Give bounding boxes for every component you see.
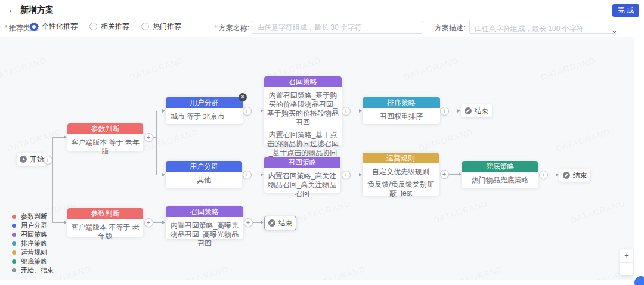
arrowhead-icon <box>64 221 67 224</box>
node-label: 结束 <box>475 106 489 116</box>
connector-line <box>253 222 261 223</box>
legend-dot-icon <box>12 233 16 237</box>
legend-label: 参数判断 <box>21 212 47 221</box>
add-node-button[interactable]: + <box>144 133 153 142</box>
radio-personalized[interactable]: 个性化推荐 <box>30 21 78 32</box>
floating-action-button[interactable] <box>634 276 644 285</box>
flow-node-recall-3[interactable]: 召回策略内置召回策略_高曝光物品召回_高曝光物品召回 <box>166 206 243 239</box>
start-node[interactable]: 开始 <box>17 153 47 166</box>
end-icon <box>563 172 570 179</box>
flow-node-segment-1[interactable]: 用户分群城市 等于 北京市✕ <box>166 97 243 124</box>
node-condition-text: 内置召回策略_高关注物品召回_高关注物品召回 <box>267 172 338 199</box>
node-title: 参数判断 <box>67 208 143 219</box>
arrowhead-icon <box>359 173 362 176</box>
plan-name-input[interactable] <box>252 21 423 34</box>
arrowhead-icon <box>459 172 462 176</box>
done-button[interactable]: 完 成 <box>612 4 639 17</box>
end-icon <box>465 107 472 114</box>
add-node-button[interactable]: + <box>440 107 449 116</box>
node-condition-text: 客户端版本 等于 老年版 <box>70 138 140 156</box>
radio-unselected-icon <box>141 23 149 30</box>
node-title: 参数判断 <box>67 123 143 134</box>
legend-dot-icon <box>12 215 16 219</box>
legend-dot-icon <box>12 268 16 272</box>
add-node-button[interactable]: + <box>144 218 153 227</box>
plan-desc-textarea[interactable] <box>469 21 617 34</box>
legend-label: 用户分群 <box>21 221 47 230</box>
connector-line <box>351 175 359 175</box>
flow-node-recall-1[interactable]: 召回策略内置召回策略_基于购买的价格段物品召回_基于购买的价格段物品召回内置召回… <box>264 76 342 145</box>
node-body: 其他 <box>166 172 242 189</box>
node-condition-text: 负反馈/负反馈类别屏蔽_test <box>366 180 436 198</box>
add-node-button[interactable]: + <box>440 170 449 179</box>
radio-hot[interactable]: 热门推荐 <box>141 21 181 32</box>
end-node[interactable]: 结束 <box>461 104 492 117</box>
connector-line <box>156 175 162 175</box>
add-node-button[interactable]: + <box>539 171 548 179</box>
arrowhead-icon <box>359 109 362 113</box>
watermark-text: DATAGRAND <box>310 264 367 280</box>
required-mark: * <box>215 24 218 32</box>
legend-label: 运营规则 <box>21 248 47 257</box>
start-icon <box>20 156 27 163</box>
add-node-button[interactable]: + <box>243 107 252 116</box>
connector-line <box>252 175 261 175</box>
node-type-legend: 参数判断用户分群召回策略排序策略运营规则兜底策略开始、结束 <box>12 212 54 274</box>
arrowhead-icon <box>261 109 264 113</box>
node-body: 自定义优先级规则负反馈/负反馈类别屏蔽_test <box>363 163 439 202</box>
arrowhead-icon <box>64 135 67 139</box>
add-node-button[interactable]: + <box>342 107 351 116</box>
plan-form-row: *推荐类型: 个性化推荐 相关推荐 热门推荐 *方案名称: 方案描述: <box>0 18 644 37</box>
connector-line <box>153 222 162 223</box>
plan-desc-label: 方案描述: <box>435 23 465 33</box>
radio-unselected-icon <box>89 23 97 30</box>
back-arrow-icon[interactable]: ← <box>8 4 17 14</box>
node-body: 客户端版本 等于 老年版 <box>67 134 143 160</box>
page-title: 新增方案 <box>20 5 54 16</box>
connector-line <box>449 111 457 111</box>
zoom-out-button[interactable]: − <box>620 262 633 275</box>
watermark-text: DATAGRAND <box>173 264 230 280</box>
end-icon <box>268 219 275 227</box>
flow-node-fallback-1[interactable]: 兜底策略热门物品兜底策略 <box>462 161 538 188</box>
legend-item: 用户分群 <box>12 221 54 230</box>
radio-related[interactable]: 相关推荐 <box>89 21 129 32</box>
end-node[interactable]: 结束 <box>559 169 590 182</box>
node-condition-text: 热门物品兜底策略 <box>465 176 535 185</box>
add-node-button[interactable]: + <box>44 156 52 165</box>
add-node-button[interactable]: + <box>342 171 351 179</box>
arrowhead-icon <box>162 221 165 224</box>
radio-label: 个性化推荐 <box>42 21 78 32</box>
flow-node-param-2[interactable]: 参数判断客户端版本 不等于 老年版 <box>67 208 143 237</box>
end-node[interactable]: 结束 <box>264 216 296 230</box>
arrowhead-icon <box>162 109 165 113</box>
node-body: 内置召回策略_高曝光物品召回_高曝光物品召回 <box>166 217 243 252</box>
node-title: 运营规则 <box>363 153 439 163</box>
arrowhead-icon <box>261 221 264 224</box>
recommend-type-radio-group: 个性化推荐 相关推荐 热门推荐 <box>30 21 181 32</box>
radio-selected-icon <box>30 23 38 31</box>
flow-node-rank-1[interactable]: 排序策略召回权重排序 <box>363 97 440 124</box>
flow-canvas[interactable]: DATAGRANDDATAGRANDDATAGRANDDATAGRANDDATA… <box>0 37 634 280</box>
add-node-button[interactable]: + <box>244 218 253 227</box>
flow-node-oper-1[interactable]: 运营规则自定义优先级规则负反馈/负反馈类别屏蔽_test <box>363 153 439 196</box>
node-body: 召回权重排序 <box>363 108 440 125</box>
legend-item: 参数判断 <box>12 212 54 221</box>
node-condition-text: 其他 <box>169 176 239 185</box>
node-body: 客户端版本 不等于 老年版 <box>67 219 143 245</box>
add-node-button[interactable]: + <box>243 171 252 179</box>
node-body: 城市 等于 北京市 <box>166 108 243 125</box>
node-title: 用户分群 <box>166 97 243 108</box>
plan-name-label: *方案名称: <box>215 23 249 33</box>
radio-label: 相关推荐 <box>101 21 129 32</box>
flow-node-segment-2[interactable]: 用户分群其他 <box>166 161 242 188</box>
flow-node-recall-2[interactable]: 召回策略内置召回策略_高关注物品召回_高关注物品召回 <box>264 157 340 193</box>
node-title: 召回策略 <box>166 206 243 217</box>
node-condition-text: 城市 等于 北京市 <box>171 112 240 121</box>
arrowhead-icon <box>261 173 264 176</box>
zoom-in-button[interactable]: + <box>620 249 633 262</box>
legend-dot-icon <box>12 224 16 228</box>
close-icon[interactable]: ✕ <box>239 93 247 101</box>
flow-node-param-1[interactable]: 参数判断客户端版本 等于 老年版 <box>67 123 143 151</box>
connector-line <box>52 137 53 222</box>
